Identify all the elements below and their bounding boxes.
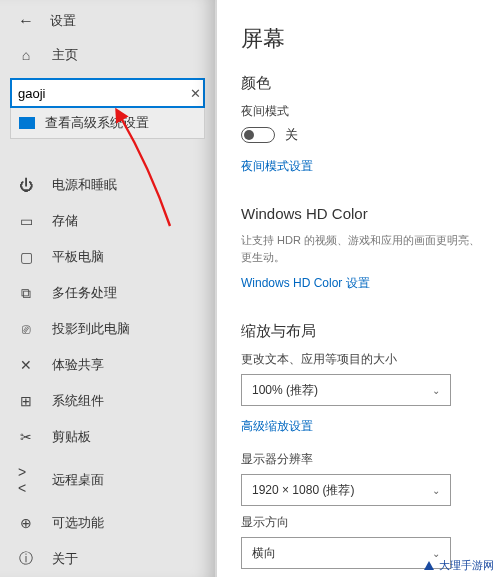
nav-item-about[interactable]: ⓘ关于 <box>0 541 215 577</box>
resolution-label: 显示器分辨率 <box>241 451 482 468</box>
search-box[interactable]: ✕ <box>10 78 205 108</box>
night-mode-label: 夜间模式 <box>241 103 482 120</box>
orientation-value: 横向 <box>252 545 276 562</box>
monitor-icon <box>19 117 35 129</box>
nav-label: 投影到此电脑 <box>52 320 130 338</box>
section-scale: 缩放与布局 <box>241 322 482 341</box>
search-input[interactable] <box>18 86 186 101</box>
title-bar: ← 设置 <box>0 8 215 38</box>
watermark: 大理手游网 <box>423 558 494 573</box>
nav-label: 平板电脑 <box>52 248 104 266</box>
night-mode-settings-link[interactable]: 夜间模式设置 <box>241 158 313 175</box>
nav-label: 多任务处理 <box>52 284 117 302</box>
storage-icon: ▭ <box>18 213 34 229</box>
suggestion-item[interactable]: 查看高级系统设置 <box>11 108 204 138</box>
sidebar: ← 设置 ⌂ 主页 ✕ 查看高级系统设置 ⏻电源和睡眠 ▭存储 ▢平板电脑 ⧉多… <box>0 0 215 577</box>
hdcolor-link[interactable]: Windows HD Color 设置 <box>241 275 370 292</box>
back-arrow-icon[interactable]: ← <box>18 12 34 30</box>
resolution-value: 1920 × 1080 (推荐) <box>252 482 354 499</box>
nav-item-clipboard[interactable]: ✂剪贴板 <box>0 419 215 455</box>
nav-item-optional[interactable]: ⊕可选功能 <box>0 505 215 541</box>
watermark-icon <box>423 560 435 572</box>
chevron-down-icon: ⌄ <box>432 485 440 496</box>
nav-label: 电源和睡眠 <box>52 176 117 194</box>
home-label: 主页 <box>52 46 78 64</box>
toggle-state-label: 关 <box>285 126 298 144</box>
optional-icon: ⊕ <box>18 515 34 531</box>
nav-item-share[interactable]: ✕体验共享 <box>0 347 215 383</box>
hdcolor-desc: 让支持 HDR 的视频、游戏和应用的画面更明亮、更生动。 <box>241 232 482 265</box>
power-icon: ⏻ <box>18 177 34 193</box>
multitask-icon: ⧉ <box>18 285 34 302</box>
resolution-select[interactable]: 1920 × 1080 (推荐) ⌄ <box>241 474 451 506</box>
advanced-scale-link[interactable]: 高级缩放设置 <box>241 418 313 435</box>
search-suggestions: 查看高级系统设置 <box>10 108 205 139</box>
clear-icon[interactable]: ✕ <box>186 86 205 101</box>
tablet-icon: ▢ <box>18 249 34 265</box>
nav-label: 体验共享 <box>52 356 104 374</box>
home-icon: ⌂ <box>18 47 34 63</box>
night-mode-toggle-row: 关 <box>241 126 482 144</box>
nav-item-components[interactable]: ⊞系统组件 <box>0 383 215 419</box>
nav-item-remote[interactable]: ><远程桌面 <box>0 455 215 505</box>
nav-item-power[interactable]: ⏻电源和睡眠 <box>0 167 215 203</box>
orientation-select[interactable]: 横向 ⌄ <box>241 537 451 569</box>
page-title: 屏幕 <box>241 24 482 54</box>
section-color: 颜色 <box>241 74 482 93</box>
scale-label: 更改文本、应用等项目的大小 <box>241 351 482 368</box>
nav-label: 可选功能 <box>52 514 104 532</box>
nav-item-tablet[interactable]: ▢平板电脑 <box>0 239 215 275</box>
nav-label: 存储 <box>52 212 78 230</box>
clipboard-icon: ✂ <box>18 429 34 445</box>
components-icon: ⊞ <box>18 393 34 409</box>
nav-label: 关于 <box>52 550 78 568</box>
about-icon: ⓘ <box>18 550 34 568</box>
search-wrap: ✕ 查看高级系统设置 <box>0 72 215 145</box>
remote-icon: >< <box>18 464 34 496</box>
chevron-down-icon: ⌄ <box>432 385 440 396</box>
night-mode-toggle[interactable] <box>241 127 275 143</box>
nav-item-multitask[interactable]: ⧉多任务处理 <box>0 275 215 311</box>
main-content: 屏幕 颜色 夜间模式 关 夜间模式设置 Windows HD Color 让支持… <box>215 0 500 577</box>
chevron-down-icon: ⌄ <box>432 548 440 559</box>
share-icon: ✕ <box>18 357 34 373</box>
scale-value: 100% (推荐) <box>252 382 318 399</box>
nav-label: 系统组件 <box>52 392 104 410</box>
section-hdcolor: Windows HD Color <box>241 205 482 222</box>
nav-list: ⏻电源和睡眠 ▭存储 ▢平板电脑 ⧉多任务处理 ⎚投影到此电脑 ✕体验共享 ⊞系… <box>0 167 215 577</box>
project-icon: ⎚ <box>18 321 34 337</box>
nav-label: 剪贴板 <box>52 428 91 446</box>
nav-item-storage[interactable]: ▭存储 <box>0 203 215 239</box>
home-row[interactable]: ⌂ 主页 <box>0 38 215 72</box>
watermark-text: 大理手游网 <box>439 558 494 573</box>
orientation-label: 显示方向 <box>241 514 482 531</box>
suggestion-label: 查看高级系统设置 <box>45 114 149 132</box>
settings-title: 设置 <box>50 12 76 30</box>
scale-select[interactable]: 100% (推荐) ⌄ <box>241 374 451 406</box>
nav-item-project[interactable]: ⎚投影到此电脑 <box>0 311 215 347</box>
nav-label: 远程桌面 <box>52 471 104 489</box>
